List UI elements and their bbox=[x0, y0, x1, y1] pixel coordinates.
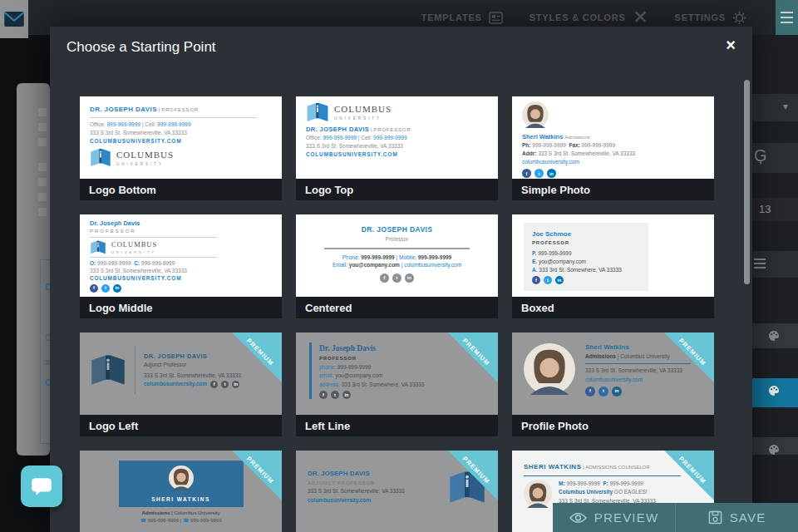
sig-name: DR. JOSEPH DAVIS bbox=[144, 352, 241, 362]
save-label: SAVE bbox=[730, 510, 766, 525]
linkedin-icon: in bbox=[342, 391, 351, 399]
chat-button[interactable] bbox=[21, 466, 62, 507]
twitter-icon: t bbox=[101, 284, 110, 293]
color-button[interactable] bbox=[752, 323, 798, 348]
font-size-field[interactable]: 13 bbox=[752, 198, 798, 221]
style-dropdown[interactable]: ▾ bbox=[752, 94, 798, 121]
sig-address: 333 S 3rd St. Somewhereville, VA 33333 bbox=[308, 487, 405, 495]
template-card-logo-left[interactable]: PREMIUM DR. JOSEPH DAVIS Adjunct Profess… bbox=[80, 332, 282, 436]
signature-preview: DR. JOSEPH DAVIS | PROFESSOR Office: 999… bbox=[80, 96, 282, 179]
color-button-partial[interactable] bbox=[752, 437, 798, 455]
sig-name: Dr. Joseph Davis bbox=[90, 219, 140, 227]
template-card-simple-photo[interactable]: Sheri Watkins Admissions Ph: 999-999-999… bbox=[512, 96, 714, 200]
facebook-icon: f bbox=[532, 276, 540, 284]
template-card-logo-top[interactable]: COLUMBUSUNIVERSITY DR. JOSEPH DAVIS | PR… bbox=[296, 96, 498, 200]
card-label: Logo Left bbox=[80, 415, 282, 436]
template-card-logo-middle[interactable]: Dr. Joseph Davis PROFESSOR COLUMBUSUNIVE… bbox=[80, 214, 282, 318]
sig-name: SHERI WATKINS bbox=[524, 463, 581, 470]
close-icon[interactable]: × bbox=[726, 37, 736, 53]
sig-website: | columbusuniversity.com bbox=[401, 262, 461, 268]
sig-address: 333 3rd St. Somewhere, VA 33333 bbox=[342, 382, 425, 387]
twitter-icon: t bbox=[392, 273, 401, 283]
sig-title: PROFESSOR bbox=[161, 107, 199, 112]
sig-name: DR. JOSEPH DAVIS bbox=[362, 225, 433, 234]
university-logo-icon bbox=[90, 240, 106, 254]
profile-photo bbox=[522, 101, 549, 128]
university-logo-icon bbox=[306, 102, 329, 122]
sig-website: columbusuniversity.com bbox=[308, 496, 405, 505]
sig-address: 333 S 3rd St. Somewhereville, VA 33333 bbox=[144, 372, 241, 380]
lines-icon bbox=[754, 259, 766, 268]
signature-preview: Joe Schmoe PROFESSOR P. 999-999-9999 E. … bbox=[512, 214, 714, 297]
sig-name: Sheri Watkins bbox=[522, 133, 563, 140]
template-card-logo-right[interactable]: PREMIUM DR. JOSEPH DAVIS ADJUNCT PROFESS… bbox=[296, 451, 498, 532]
editor-canvas: + D O 33 C + bbox=[17, 83, 50, 456]
profile-photo bbox=[524, 343, 575, 395]
sig-name: SHERI WATKINS bbox=[119, 496, 244, 502]
university-logo-icon bbox=[90, 148, 111, 167]
right-panel: ▾ Ģ 13 bbox=[752, 35, 798, 503]
app-logo[interactable] bbox=[0, 0, 28, 38]
sig-address: 333 3rd St. Somewhere, VA 33333 bbox=[539, 267, 622, 273]
signature-preview: PREMIUM SHERI WATKINS Admissions | Colum… bbox=[80, 451, 282, 532]
nav-styles-colors[interactable]: STYLES & COLORS bbox=[530, 10, 648, 26]
card-label: Logo Top bbox=[296, 179, 498, 200]
sig-name: Joe Schmoe bbox=[532, 229, 640, 239]
template-card-photo-banner[interactable]: PREMIUM SHERI WATKINS Admissions | Colum… bbox=[80, 451, 282, 532]
color-button-active[interactable] bbox=[752, 378, 798, 407]
menu-button[interactable] bbox=[776, 0, 798, 35]
gear-icon bbox=[732, 11, 746, 25]
modal-scrollbar[interactable] bbox=[744, 80, 750, 284]
sig-website: COLUMBUSUNIVERSITY.COM bbox=[90, 137, 272, 145]
template-card-centered[interactable]: DR. JOSEPH DAVIS Professor Phone: 999-99… bbox=[296, 214, 498, 318]
crossed-pens-icon bbox=[633, 10, 648, 26]
nav-styles-colors-label: STYLES & COLORS bbox=[530, 12, 626, 22]
linkedin-icon: in bbox=[113, 284, 121, 293]
nav-settings[interactable]: SETTINGS bbox=[675, 11, 746, 25]
action-bar: PREVIEW SAVE bbox=[553, 503, 798, 532]
signature-preview: PREMIUM Sheri Watkins Admissions | Colum… bbox=[512, 332, 714, 415]
linkedin-icon: in bbox=[547, 169, 556, 178]
mail-logo-icon bbox=[4, 12, 24, 27]
nav-templates-label: TEMPLATES bbox=[421, 12, 482, 22]
signature-preview: PREMIUM Dr. Joseph Davis PROFESSOR phone… bbox=[296, 332, 498, 415]
sig-website: columbusuniversity.com bbox=[585, 376, 702, 384]
sig-website: COLUMBUSUNIVERSITY.COM bbox=[90, 275, 272, 283]
facebook-icon: f bbox=[210, 381, 218, 388]
modal-title: Choose a Starting Point bbox=[66, 39, 216, 56]
sig-address: 333 S 3rd St. Somewhereville, VA 33333 bbox=[306, 142, 488, 150]
twitter-icon: t bbox=[221, 381, 229, 388]
signature-preview: COLUMBUSUNIVERSITY DR. JOSEPH DAVIS | PR… bbox=[296, 96, 498, 179]
signature-preview: Dr. Joseph Davis PROFESSOR COLUMBUSUNIVE… bbox=[80, 214, 282, 297]
linkedin-icon: in bbox=[232, 381, 239, 388]
sig-name: DR. JOSEPH DAVIS bbox=[308, 469, 405, 480]
card-label: Simple Photo bbox=[512, 179, 714, 200]
line-spacing-button[interactable] bbox=[752, 251, 798, 278]
profile-photo bbox=[524, 480, 552, 508]
template-card-logo-bottom[interactable]: DR. JOSEPH DAVIS | PROFESSOR Office: 999… bbox=[80, 96, 282, 200]
save-button[interactable]: SAVE bbox=[675, 503, 798, 532]
template-card-boxed[interactable]: Joe Schmoe PROFESSOR P. 999-999-9999 E. … bbox=[512, 214, 714, 318]
font-style-button[interactable]: Ģ bbox=[752, 143, 798, 173]
floppy-icon bbox=[708, 510, 722, 525]
facebook-icon: f bbox=[380, 273, 389, 283]
sig-name: DR. JOSEPH DAVIS bbox=[90, 106, 157, 113]
phone-icon: ☎ bbox=[140, 518, 146, 523]
twitter-icon: t bbox=[598, 387, 608, 397]
sig-address: 333 S 3rd St. Somewhereville, VA 33333 bbox=[538, 150, 635, 156]
mobile-icon: ☎ bbox=[183, 518, 189, 523]
card-label: Logo Bottom bbox=[80, 179, 282, 200]
preview-button[interactable]: PREVIEW bbox=[553, 503, 675, 532]
signature-selection-box: + D O 33 C + bbox=[40, 259, 50, 444]
university-logo-icon bbox=[90, 354, 126, 386]
chevron-down-icon: ▾ bbox=[783, 101, 788, 112]
sig-website: columbusuniversity.com bbox=[522, 158, 704, 166]
template-card-left-line[interactable]: PREMIUM Dr. Joseph Davis PROFESSOR phone… bbox=[296, 332, 498, 436]
card-label: Logo Middle bbox=[80, 297, 282, 318]
sig-address: 333 S 3rd St. Somewhereville, VA 33333 bbox=[585, 367, 702, 375]
nav-templates[interactable]: TEMPLATES bbox=[421, 12, 503, 24]
template-card-profile-photo[interactable]: PREMIUM Sheri Watkins Admissions | Colum… bbox=[512, 332, 714, 436]
eye-icon bbox=[569, 512, 587, 524]
twitter-icon: t bbox=[331, 391, 339, 399]
starting-point-modal: Choose a Starting Point × DR. JOSEPH DAV… bbox=[50, 27, 752, 532]
